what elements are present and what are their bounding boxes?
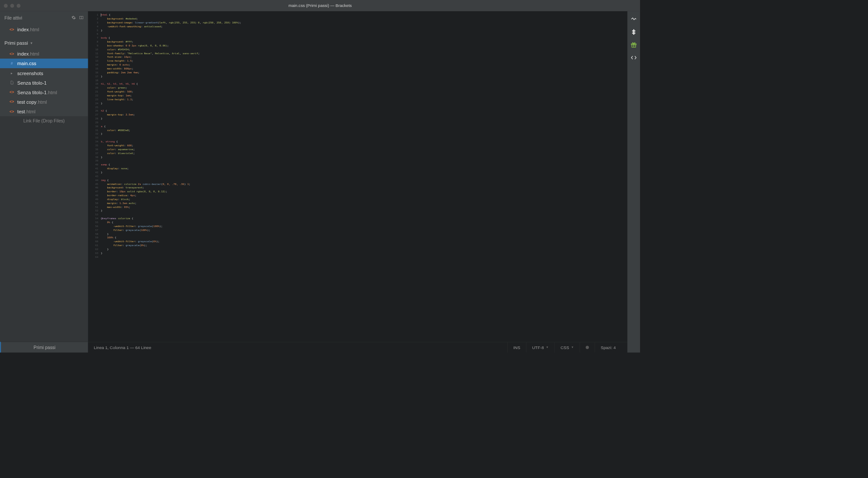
status-indent[interactable]: Spazi: 4 xyxy=(595,342,622,353)
file-tree-item[interactable]: #main.css xyxy=(0,59,88,68)
link-file-drop[interactable]: Link File (Drop Files) xyxy=(0,116,88,126)
statusbar: Linea 1, Colonna 1 — 64 Linee INS UTF-8 … xyxy=(88,342,627,353)
file-extension: .html xyxy=(46,89,57,95)
file-tree-item[interactable]: <>Senza titolo-1.html xyxy=(0,87,88,97)
css-file-icon: # xyxy=(9,61,15,66)
working-files-label: File attivi xyxy=(4,15,22,20)
file-name: index xyxy=(17,27,29,33)
status-cursor-position: Linea 1, Colonna 1 — 64 Linee xyxy=(94,345,507,350)
code-icon[interactable] xyxy=(630,54,637,61)
chevron-down-icon: ▼ xyxy=(546,346,549,349)
file-tree-item[interactable]: <>index.html xyxy=(0,49,88,59)
project-footer[interactable]: Primi passi xyxy=(0,342,88,353)
gift-icon[interactable] xyxy=(630,41,637,48)
html-file-icon: <> xyxy=(9,52,15,56)
status-linting[interactable] xyxy=(580,342,595,353)
status-encoding-label: UTF-8 xyxy=(532,345,544,350)
minimize-window-icon[interactable] xyxy=(10,3,14,7)
editor-column: 1234567891011121314151617181920212223242… xyxy=(88,11,627,353)
html-file-icon: <> xyxy=(9,90,15,94)
live-preview-icon[interactable] xyxy=(630,16,637,23)
line-gutter: 1234567891011121314151617181920212223242… xyxy=(88,13,101,342)
file-extension: .html xyxy=(36,99,47,105)
status-language-label: CSS xyxy=(561,345,569,350)
window-title: main.css (Primi passi) — Brackets xyxy=(288,3,352,8)
html-file-icon: <> xyxy=(9,99,15,104)
chevron-down-icon: ▼ xyxy=(571,346,574,349)
file-name: main xyxy=(17,61,28,66)
lint-status-icon xyxy=(586,346,589,349)
project-name: Primi passi xyxy=(4,40,28,46)
file-extension: .html xyxy=(29,27,39,33)
file-name: index xyxy=(17,51,29,57)
file-extension: .css xyxy=(28,61,36,66)
right-toolbar xyxy=(627,11,640,353)
code-area[interactable]: html { background: #ededed; background-i… xyxy=(101,13,627,342)
working-file-item[interactable]: <>index.html xyxy=(0,25,88,34)
file-name: test copy xyxy=(17,99,36,105)
file-tree-item[interactable]: Senza titolo-1 xyxy=(0,78,88,87)
close-window-icon[interactable] xyxy=(4,3,8,7)
file-tree: <>index.html#main.css▸screenshotsSenza t… xyxy=(0,49,88,116)
split-view-icon[interactable] xyxy=(79,15,83,21)
file-tree-item[interactable]: ▸screenshots xyxy=(0,68,88,78)
document-icon xyxy=(9,80,15,85)
html-file-icon: <> xyxy=(9,27,15,32)
file-name: Senza titolo-1 xyxy=(17,80,47,86)
status-encoding[interactable]: UTF-8 ▼ xyxy=(526,342,554,353)
file-name: test xyxy=(17,109,25,114)
extension-manager-icon[interactable] xyxy=(630,29,637,36)
file-name: screenshots xyxy=(17,70,43,76)
file-tree-item[interactable]: <>test.html xyxy=(0,107,88,116)
status-language[interactable]: CSS ▼ xyxy=(554,342,580,353)
project-dropdown[interactable]: Primi passi ▼ xyxy=(0,37,88,49)
code-editor[interactable]: 1234567891011121314151617181920212223242… xyxy=(88,11,627,342)
working-files-header: File attivi xyxy=(0,11,88,25)
file-tree-item[interactable]: <>test copy.html xyxy=(0,97,88,106)
chevron-down-icon: ▼ xyxy=(30,41,33,45)
file-extension: .html xyxy=(25,109,36,114)
html-file-icon: <> xyxy=(9,109,15,113)
sidebar: File attivi <>index.html Primi passi ▼ <… xyxy=(0,11,88,353)
gear-icon[interactable] xyxy=(71,15,76,21)
titlebar: main.css (Primi passi) — Brackets xyxy=(0,0,640,11)
window-controls xyxy=(0,3,20,7)
status-insert-mode[interactable]: INS xyxy=(507,342,526,353)
maximize-window-icon[interactable] xyxy=(17,3,20,7)
working-files-list: <>index.html xyxy=(0,25,88,37)
file-name: Senza titolo-1 xyxy=(17,89,47,95)
file-extension: .html xyxy=(29,51,39,57)
folder-icon: ▸ xyxy=(9,71,15,75)
